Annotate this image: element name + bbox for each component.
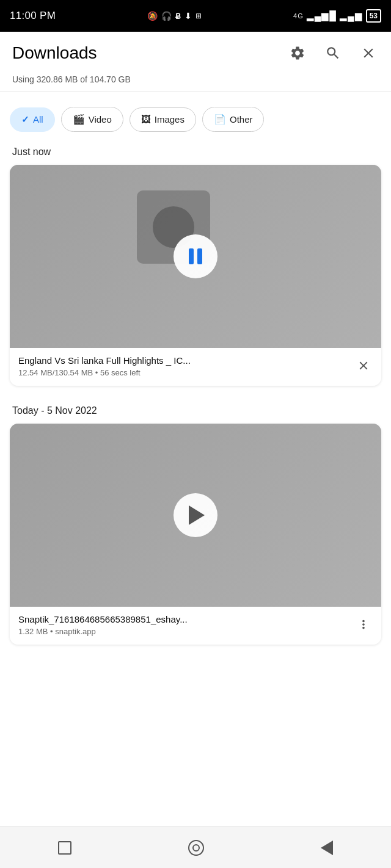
mute-icon: 🔕 (147, 11, 158, 21)
home-circle-inner (192, 844, 200, 852)
check-icon: ✓ (21, 114, 29, 125)
page-header: Downloads (0, 32, 391, 72)
card-info-text-0: England Vs Sri lanka Full Highlights _ I… (18, 355, 354, 377)
play-button-1[interactable] (174, 493, 217, 537)
card-info-text-1: Snaptik_7161864685665389851_eshay... 1.3… (18, 614, 354, 636)
home-icon-wrapper (188, 840, 204, 856)
download-card-1: Snaptik_7161864685665389851_eshay... 1.3… (10, 424, 381, 645)
header-divider (0, 92, 391, 92)
storage-info: Using 320.86 MB of 104.70 GB (0, 72, 391, 92)
recent-apps-icon (58, 841, 71, 855)
gear-icon (290, 45, 305, 61)
filter-tab-all-label: All (33, 114, 43, 125)
download-card-0: England Vs Sri lanka Full Highlights _ I… (10, 165, 381, 386)
headset-icon: 🎧 (161, 11, 172, 21)
bottom-nav (0, 826, 391, 868)
signal-icon-2: ▂▄▆ (340, 10, 363, 21)
section-label-today: Today - 5 Nov 2022 (0, 400, 391, 424)
images-icon: 🖼 (141, 114, 151, 125)
card-meta-0: 12.54 MB/130.54 MB • 56 secs left (18, 368, 354, 377)
header-actions (287, 43, 379, 63)
download-status-icon: ⬇ (185, 11, 192, 21)
search-button[interactable] (323, 43, 343, 63)
pause-bar-right (197, 248, 202, 264)
pause-icon (189, 248, 202, 264)
card-filename-0: England Vs Sri lanka Full Highlights _ I… (18, 355, 299, 366)
settings-button[interactable] (287, 43, 308, 63)
back-button[interactable] (306, 836, 348, 860)
card-filename-1: Snaptik_7161864685665389851_eshay... (18, 614, 299, 624)
play-icon-1 (189, 505, 205, 525)
home-circle-outer (188, 840, 204, 856)
close-download-button-0[interactable] (354, 356, 373, 375)
signal-icon: ▂▄▆█ (307, 10, 337, 21)
status-icons: 🔕 🎧 Ƀ ⬇ ⊞ (147, 11, 202, 21)
pause-bar-left (189, 248, 194, 264)
close-icon (360, 45, 376, 61)
close-download-icon-0 (357, 359, 370, 372)
video-icon: 🎬 (73, 114, 85, 125)
filter-tab-other[interactable]: 📄 Other (202, 107, 265, 132)
card-thumbnail-0 (10, 165, 381, 348)
filter-tab-video-label: Video (89, 114, 112, 125)
more-options-button-1[interactable] (354, 615, 373, 634)
home-button[interactable] (174, 835, 219, 861)
card-info-1: Snaptik_7161864685665389851_eshay... 1.3… (10, 607, 381, 645)
status-bar: 11:00 PM 🔕 🎧 Ƀ ⬇ ⊞ 4G ▂▄▆█ ▂▄▆ 53 (0, 0, 391, 32)
close-button[interactable] (358, 43, 379, 63)
card-meta-1: 1.32 MB • snaptik.app (18, 627, 354, 636)
page-title: Downloads (12, 43, 97, 63)
card-thumbnail-1 (10, 424, 381, 607)
network-label: 4G (293, 12, 304, 20)
filter-tab-video[interactable]: 🎬 Video (61, 107, 123, 132)
filter-tab-images-label: Images (155, 114, 185, 125)
more-options-icon-1 (357, 618, 370, 631)
card-info-0: England Vs Sri lanka Full Highlights _ I… (10, 348, 381, 386)
filter-tab-all[interactable]: ✓ All (10, 107, 55, 132)
filter-tabs: ✓ All 🎬 Video 🖼 Images 📄 Other (0, 102, 391, 142)
pause-button-0[interactable] (174, 234, 217, 278)
crypto-icon: Ƀ (175, 12, 181, 21)
filter-tab-images[interactable]: 🖼 Images (130, 107, 196, 132)
status-time: 11:00 PM (10, 10, 56, 22)
recent-apps-button[interactable] (43, 836, 86, 859)
status-right: 4G ▂▄▆█ ▂▄▆ 53 (293, 9, 381, 23)
filter-tab-other-label: Other (230, 114, 253, 125)
back-icon (321, 841, 333, 855)
grid-icon: ⊞ (196, 12, 202, 20)
search-icon (325, 45, 341, 61)
battery-indicator: 53 (366, 9, 381, 23)
file-icon: 📄 (214, 114, 226, 125)
section-label-just-now: Just now (0, 142, 391, 165)
